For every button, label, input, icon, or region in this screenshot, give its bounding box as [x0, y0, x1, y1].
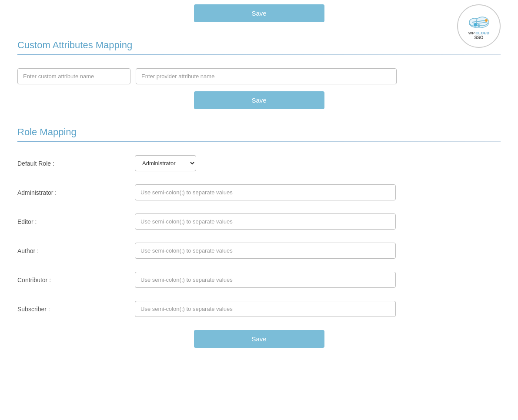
custom-attributes-divider: [17, 54, 501, 55]
default-role-row: Default Role : Administrator Editor Auth…: [17, 155, 501, 171]
custom-attribute-name-input[interactable]: [17, 68, 130, 84]
custom-attributes-save-button[interactable]: Save: [194, 91, 324, 109]
role-mapping-save-button[interactable]: Save: [194, 330, 324, 348]
administrator-label: Administrator :: [17, 189, 135, 196]
administrator-input[interactable]: [135, 184, 396, 200]
custom-attrs-save-row: Save: [17, 91, 501, 109]
logo-wp-text: WP: [468, 31, 475, 35]
contributor-label: Contributor :: [17, 277, 135, 283]
editor-row: Editor :: [17, 213, 501, 230]
svg-point-7: [478, 24, 480, 27]
provider-attribute-name-input[interactable]: [136, 68, 397, 84]
logo-circle: WP CLOUD SSO: [457, 4, 501, 48]
editor-label: Editor :: [17, 218, 135, 225]
subscriber-label: Subscriber :: [17, 306, 135, 313]
contributor-row: Contributor :: [17, 272, 501, 288]
subscriber-input[interactable]: [135, 301, 396, 317]
role-mapping-divider: [17, 141, 501, 142]
top-save-button[interactable]: Save: [194, 4, 324, 22]
administrator-row: Administrator :: [17, 184, 501, 200]
svg-point-5: [485, 19, 488, 22]
editor-input[interactable]: [135, 213, 396, 230]
attribute-inputs-row: [17, 68, 501, 84]
logo-icon: [466, 13, 492, 30]
author-label: Author :: [17, 247, 135, 254]
role-mapping-title: Role Mapping: [17, 127, 501, 138]
author-input[interactable]: [135, 243, 396, 259]
logo-area: WP CLOUD SSO: [457, 4, 501, 48]
role-mapping-section: Role Mapping Default Role : Administrato…: [17, 127, 501, 348]
logo-sso-text: SSO: [474, 35, 483, 40]
custom-attributes-section: Custom Attributes Mapping Save: [17, 40, 501, 109]
subscriber-row: Subscriber :: [17, 301, 501, 317]
svg-point-6: [474, 23, 477, 27]
default-role-label: Default Role :: [17, 160, 135, 167]
author-row: Author :: [17, 243, 501, 259]
contributor-input[interactable]: [135, 272, 396, 288]
logo-cloud-text: CLOUD: [475, 31, 489, 35]
custom-attributes-title: Custom Attributes Mapping: [17, 40, 501, 51]
default-role-select[interactable]: Administrator Editor Author Contributor …: [135, 155, 196, 171]
top-save-row: Save: [17, 0, 501, 31]
role-mapping-save-row: Save: [17, 330, 501, 348]
